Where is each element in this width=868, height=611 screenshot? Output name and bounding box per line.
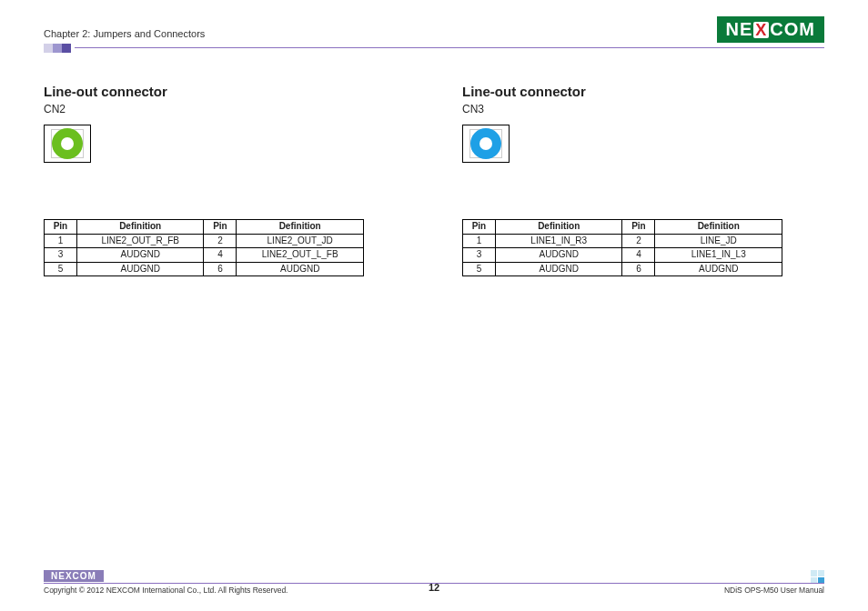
audio-jack-green-icon bbox=[52, 128, 83, 159]
connector-id: CN3 bbox=[462, 103, 790, 115]
cell-def: LINE2_OUT_L_FB bbox=[237, 248, 364, 263]
table-row: 5 AUDGND 6 AUDGND bbox=[463, 262, 782, 276]
th-pin: Pin bbox=[463, 220, 496, 235]
cell-def: AUDGND bbox=[495, 248, 622, 263]
page-number: 12 bbox=[0, 582, 868, 593]
logo-pre: NE bbox=[726, 19, 753, 40]
cell-pin: 6 bbox=[204, 262, 237, 276]
cell-pin: 5 bbox=[45, 262, 77, 276]
connector-id: CN2 bbox=[44, 103, 371, 115]
cell-pin: 4 bbox=[622, 248, 655, 263]
th-def: Definition bbox=[655, 220, 782, 235]
table-row: 3 AUDGND 4 LINE1_IN_L3 bbox=[463, 248, 782, 263]
connector-section-cn3: Line-out connector CN3 Pin Definition Pi… bbox=[462, 84, 790, 276]
cell-pin: 2 bbox=[204, 234, 237, 248]
cell-pin: 2 bbox=[622, 234, 655, 248]
cell-pin: 1 bbox=[463, 234, 496, 248]
table-row: 1 LINE1_IN_R3 2 LINE_JD bbox=[463, 234, 782, 248]
section-title: Line-out connector bbox=[462, 84, 790, 99]
cell-def: LINE2_OUT_R_FB bbox=[76, 234, 204, 248]
cell-pin: 3 bbox=[45, 248, 77, 263]
square-icon bbox=[62, 44, 71, 53]
cell-def: LINE1_IN_L3 bbox=[655, 248, 782, 263]
content-area: Line-out connector CN2 Pin Definition Pi… bbox=[44, 84, 824, 276]
audio-jack-diagram bbox=[462, 125, 510, 163]
cell-def: LINE2_OUT_JD bbox=[237, 234, 364, 248]
cell-def: LINE_JD bbox=[655, 234, 782, 248]
pin-table-cn3: Pin Definition Pin Definition 1 LINE1_IN… bbox=[462, 219, 782, 276]
audio-jack-diagram bbox=[44, 125, 91, 163]
cell-def: AUDGND bbox=[655, 262, 782, 276]
logo-post: COM bbox=[770, 19, 815, 40]
audio-jack-blue-icon bbox=[470, 128, 501, 159]
table-row: 3 AUDGND 4 LINE2_OUT_L_FB bbox=[45, 248, 364, 263]
cell-def: AUDGND bbox=[76, 248, 204, 263]
square-icon bbox=[53, 44, 62, 53]
cell-def: LINE1_IN_R3 bbox=[495, 234, 622, 248]
footer-brand-logo: NE X COM bbox=[44, 570, 104, 582]
page-header: Chapter 2: Jumpers and Connectors NE X C… bbox=[44, 16, 824, 43]
th-pin: Pin bbox=[204, 220, 237, 235]
table-header-row: Pin Definition Pin Definition bbox=[463, 220, 782, 235]
chapter-title: Chapter 2: Jumpers and Connectors bbox=[44, 28, 205, 43]
cell-def: AUDGND bbox=[495, 262, 622, 276]
header-rule bbox=[44, 47, 824, 48]
logo-x-icon: X bbox=[753, 22, 769, 38]
pin-table-cn2: Pin Definition Pin Definition 1 LINE2_OU… bbox=[44, 219, 364, 276]
cell-pin: 6 bbox=[622, 262, 655, 276]
cell-pin: 5 bbox=[463, 262, 496, 276]
cell-pin: 4 bbox=[204, 248, 237, 263]
section-title: Line-out connector bbox=[44, 84, 371, 99]
th-pin: Pin bbox=[45, 220, 77, 235]
logo-x-icon: X bbox=[66, 571, 73, 581]
logo-pre: NE bbox=[51, 571, 66, 581]
table-row: 5 AUDGND 6 AUDGND bbox=[45, 262, 364, 276]
jack-hole-icon bbox=[61, 137, 74, 150]
logo-post: COM bbox=[73, 571, 96, 581]
th-pin: Pin bbox=[622, 220, 655, 235]
th-def: Definition bbox=[237, 220, 364, 235]
th-def: Definition bbox=[76, 220, 204, 235]
table-row: 1 LINE2_OUT_R_FB 2 LINE2_OUT_JD bbox=[45, 234, 364, 248]
cell-pin: 3 bbox=[463, 248, 496, 263]
cell-def: AUDGND bbox=[76, 262, 204, 276]
header-squares-icon bbox=[44, 44, 75, 53]
cell-pin: 1 bbox=[45, 234, 77, 248]
table-header-row: Pin Definition Pin Definition bbox=[45, 220, 364, 235]
square-icon bbox=[44, 44, 53, 53]
jack-hole-icon bbox=[479, 137, 492, 150]
th-def: Definition bbox=[495, 220, 622, 235]
brand-logo: NE X COM bbox=[717, 16, 824, 43]
cell-def: AUDGND bbox=[237, 262, 364, 276]
connector-section-cn2: Line-out connector CN2 Pin Definition Pi… bbox=[44, 84, 371, 276]
